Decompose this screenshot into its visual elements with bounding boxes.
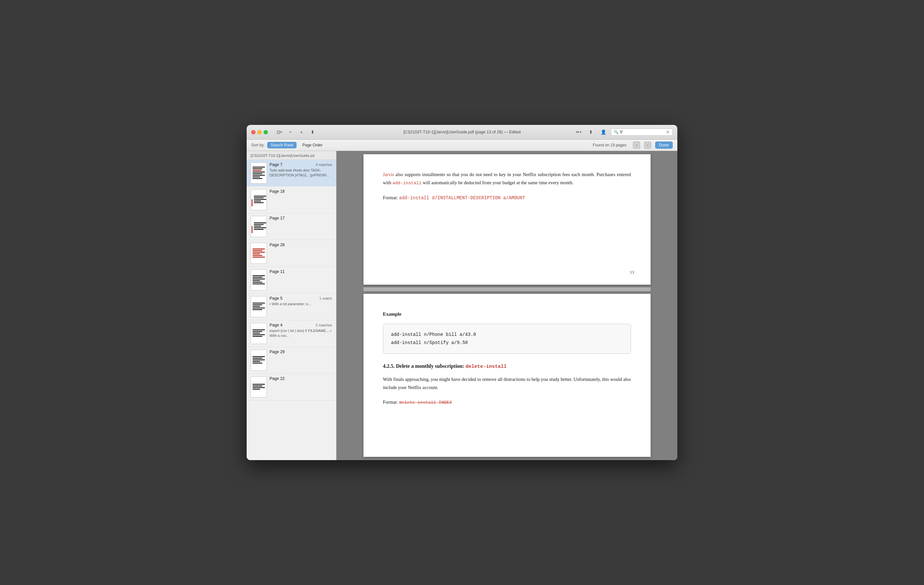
sidebar: [CS2103T-T10-1][Jarvis]UserGuide.pd: [247, 151, 337, 460]
sidebar-item-page17[interactable]: Page 17: [247, 213, 336, 240]
page-info-28: Page 28: [269, 242, 332, 248]
page-thumb-7: [251, 162, 267, 184]
page-title-29: Page 29: [269, 349, 285, 354]
format-line-13: Format: add-install d/INSTALLMENT-DESCRI…: [383, 194, 631, 202]
search-input[interactable]: f/: [620, 130, 664, 134]
page-info-29: Page 29: [269, 349, 332, 355]
page-title-row-7: Page 7 4 matches: [269, 162, 332, 167]
page-title-22: Page 22: [269, 376, 285, 381]
page-title-row-28: Page 28: [269, 242, 332, 247]
close-button[interactable]: [251, 130, 256, 134]
sort-by-label: Sort by:: [251, 143, 265, 147]
sidebar-item-page5[interactable]: Page 5 1 match • With a txt parameter: e…: [247, 293, 336, 320]
page-title-28: Page 28: [269, 242, 285, 247]
sidebar-item-page7[interactable]: Page 7 4 matches Todo add-task t/todo de…: [247, 160, 336, 186]
jarvis-highlight: Jarvis: [383, 172, 394, 177]
sort-toolbar: Sort by: Search Rank Page Order Found on…: [247, 140, 677, 151]
pdf-page-13-content: Jarvis also supports installments so tha…: [383, 171, 631, 202]
page-title-4: Page 4: [269, 323, 282, 327]
traffic-lights: [251, 130, 268, 134]
page-title-5: Page 5: [269, 296, 282, 301]
page-info-5: Page 5 1 match • With a txt parameter: e…: [269, 296, 332, 307]
pdf-page-13: Jarvis also supports installments so tha…: [363, 154, 650, 285]
zoom-in-button[interactable]: +: [297, 128, 306, 136]
match-count-4: 2 matches: [315, 323, 332, 327]
page-order-button[interactable]: Page Order: [299, 142, 326, 148]
sidebar-item-page22[interactable]: Page 22: [247, 374, 336, 400]
prev-chevron-icon: ‹: [636, 143, 637, 147]
titlebar-right-controls: ✏ ▾ ⬆ 👤 🔍 f/ ✕: [574, 128, 673, 136]
sidebar-item-page29[interactable]: Page 29: [247, 347, 336, 374]
page-thumb-4: [251, 323, 267, 344]
zoom-out-button[interactable]: −: [285, 128, 295, 136]
maximize-button[interactable]: [264, 130, 268, 134]
main-area: [CS2103T-T10-1][Jarvis]UserGuide.pd: [247, 151, 677, 460]
code-line-1: add-install n/Phone bill a/43.0: [391, 331, 623, 339]
page-thumb-18: [251, 189, 267, 210]
pencil-chevron-icon: ▾: [580, 130, 581, 134]
sidebar-toggle-icon: ⊡: [277, 129, 280, 135]
page-snippet-5: • With a txt parameter: e...: [269, 302, 332, 307]
zoom-in-icon: +: [300, 129, 303, 135]
sidebar-item-page18[interactable]: Page 18: [247, 186, 336, 213]
clear-icon: ✕: [666, 129, 670, 135]
add-install-inline: add-install: [393, 181, 422, 186]
next-result-button[interactable]: ›: [644, 142, 651, 149]
section-heading-425-prefix: 4.2.5. Delete a monthly subscription:: [383, 363, 465, 369]
search-bar[interactable]: 🔍 f/ ✕: [611, 129, 673, 136]
share-sheet-button[interactable]: ⬆: [586, 128, 596, 136]
account-icon: 👤: [601, 129, 606, 135]
page-info-7: Page 7 4 matches Todo add-task t/todo de…: [269, 162, 332, 178]
sidebar-item-page4[interactable]: Page 4 2 matches export {csv | txt | xls…: [247, 320, 336, 347]
example-code-box: add-install n/Phone bill a/43.0 add-inst…: [383, 324, 631, 354]
page-title-row-5: Page 5 1 match: [269, 296, 332, 301]
share-button[interactable]: ⬆: [308, 128, 317, 136]
search-icon: 🔍: [614, 130, 619, 134]
page-info-11: Page 11: [269, 269, 332, 275]
pencil-button[interactable]: ✏ ▾: [574, 128, 583, 136]
match-count-5: 1 match: [319, 297, 332, 300]
pdf-page-14: Example add-install n/Phone bill a/43.0 …: [363, 294, 650, 457]
page-title-row-18: Page 18: [269, 189, 332, 194]
account-button[interactable]: 👤: [598, 128, 608, 136]
minimize-button[interactable]: [257, 130, 262, 134]
section-heading-425: 4.2.5. Delete a monthly subscription: de…: [383, 362, 631, 371]
page-thumb-22: [251, 376, 267, 397]
share-sheet-icon: ⬆: [589, 129, 593, 135]
pencil-icon: ✏: [576, 129, 580, 135]
done-button[interactable]: Done: [655, 142, 673, 149]
page-title-row-11: Page 11: [269, 269, 332, 274]
page-title-row-22: Page 22: [269, 376, 332, 381]
share-icon: ⬆: [310, 129, 315, 135]
page-thumb-28: [251, 242, 267, 264]
search-clear-button[interactable]: ✕: [666, 130, 670, 134]
format-line-425: Format: delete-install INDEX: [383, 398, 631, 407]
page-snippet-4: export {csv | txt | xlsx} f/ FILENAME...…: [269, 328, 332, 338]
page-thumb-11: [251, 269, 267, 290]
page-thumb-5: [251, 296, 267, 317]
page-info-18: Page 18: [269, 189, 332, 194]
chevron-down-icon: ▾: [280, 130, 282, 134]
titlebar: ⊡ ▾ − + ⬆ [CS2103T-T10-1][Jarvis]UserGui…: [247, 125, 677, 140]
app-window: ⊡ ▾ − + ⬆ [CS2103T-T10-1][Jarvis]UserGui…: [247, 125, 677, 460]
code-line-2: add-install n/Spotify a/9.50: [391, 339, 623, 347]
page-thumb-29: [251, 349, 267, 371]
paragraph-finals: With finals approaching, you might have …: [383, 375, 631, 391]
page-info-22: Page 22: [269, 376, 332, 382]
page-title-17: Page 17: [269, 216, 285, 221]
sidebar-header: [CS2103T-T10-1][Jarvis]UserGuide.pd: [247, 151, 336, 160]
search-rank-button[interactable]: Search Rank: [267, 142, 296, 148]
page-number-13: 13: [630, 270, 634, 275]
match-count-7: 4 matches: [315, 163, 332, 166]
pdf-page-14-content: Example add-install n/Phone bill a/43.0 …: [383, 310, 631, 407]
sidebar-item-page11[interactable]: Page 11: [247, 267, 336, 293]
format-code-13: add-install d/INSTALLMENT-DESCRIPTION a/…: [399, 195, 525, 201]
sidebar-toggle-button[interactable]: ⊡ ▾: [274, 128, 284, 136]
toolbar-left: Sort by: Search Rank Page Order: [251, 142, 589, 148]
example-heading: Example: [383, 310, 631, 319]
sidebar-item-page28[interactable]: Page 28: [247, 240, 336, 267]
prev-result-button[interactable]: ‹: [633, 142, 640, 149]
next-chevron-icon: ›: [647, 143, 648, 147]
pdf-content-area[interactable]: Jarvis also supports installments so tha…: [337, 151, 677, 460]
page-snippet-7: Todo add-task t/todo des/ TASK-DESCRIPTI…: [269, 168, 332, 178]
